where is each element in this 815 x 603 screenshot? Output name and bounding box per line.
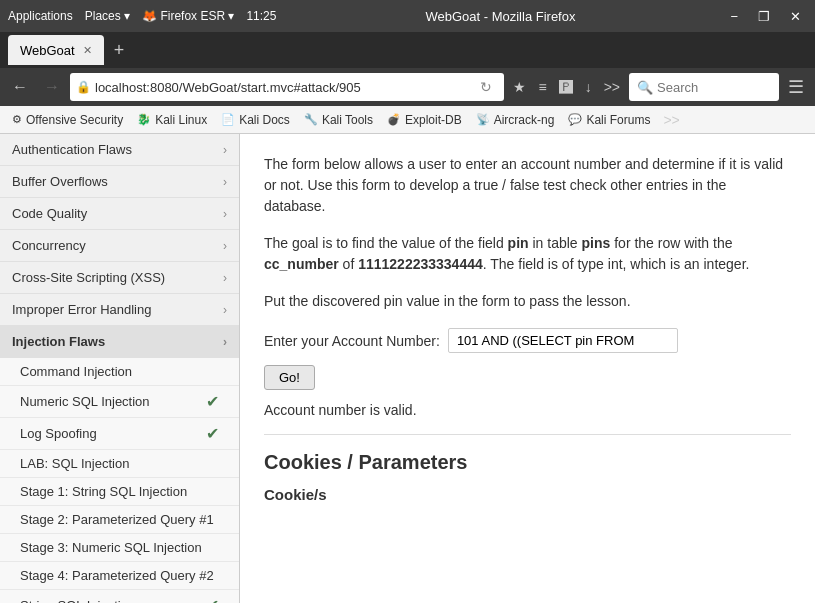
subitem-label: Stage 3: Numeric SQL Injection [20,540,202,555]
sidebar-subitem-numeric-sql-injection[interactable]: Numeric SQL Injection ✔ [0,386,239,418]
main-area: Authentication Flaws › Buffer Overflows … [0,134,815,603]
bookmark-label: Offensive Security [26,113,123,127]
bookmark-kali-forums[interactable]: 💬 Kali Forums [562,111,656,129]
section-subtitle: Cookie/s [264,486,791,503]
close-button[interactable]: ✕ [784,7,807,26]
url-bar[interactable]: 🔒 localhost:8080/WebGoat/start.mvc#attac… [70,73,504,101]
chevron-right-icon: › [223,143,227,157]
kali-docs-icon: 📄 [221,113,235,126]
sidebar-item-buffer-overflows[interactable]: Buffer Overflows › [0,166,239,198]
sidebar-item-label: Concurrency [12,238,86,253]
hamburger-menu-button[interactable]: ☰ [783,73,809,101]
sidebar: Authentication Flaws › Buffer Overflows … [0,134,240,603]
chevron-right-icon: › [223,175,227,189]
sidebar-item-concurrency[interactable]: Concurrency › [0,230,239,262]
content-area: The form below allows a user to enter an… [240,134,815,603]
check-icon: ✔ [206,596,219,603]
chevron-right-icon: › [223,303,227,317]
title-bar-controls: − ❐ ✕ [724,7,807,26]
subitem-label: Stage 2: Parameterized Query #1 [20,512,214,527]
tab-close-button[interactable]: ✕ [83,44,92,57]
places-menu[interactable]: Places ▾ [85,9,130,23]
search-bar[interactable]: 🔍 [629,73,779,101]
back-button[interactable]: ← [6,75,34,99]
sidebar-item-label: Buffer Overflows [12,174,108,189]
maximize-button[interactable]: ❐ [752,7,776,26]
bookmark-label: Kali Tools [322,113,373,127]
reload-button[interactable]: ↻ [474,76,498,98]
content-inner: The form below allows a user to enter an… [240,134,815,531]
bookmark-label: Kali Docs [239,113,290,127]
forward-button[interactable]: → [38,75,66,99]
minimize-button[interactable]: − [724,7,744,26]
paragraph-2: The goal is to find the value of the fie… [264,233,791,275]
subitem-label: Log Spoofing [20,426,97,441]
sidebar-item-injection-flaws[interactable]: Injection Flaws › [0,326,239,358]
bookmark-aircrack-ng[interactable]: 📡 Aircrack-ng [470,111,561,129]
sidebar-item-code-quality[interactable]: Code Quality › [0,198,239,230]
sidebar-item-cross-site-scripting[interactable]: Cross-Site Scripting (XSS) › [0,262,239,294]
kali-forums-icon: 💬 [568,113,582,126]
bookmark-offensive-security[interactable]: ⚙ Offensive Security [6,111,129,129]
more-tools-button[interactable]: >> [599,76,625,98]
bookmark-kali-docs[interactable]: 📄 Kali Docs [215,111,296,129]
account-status: Account number is valid. [264,402,791,418]
go-button[interactable]: Go! [264,365,315,390]
search-icon: 🔍 [637,80,653,95]
sidebar-item-authentication-flaws[interactable]: Authentication Flaws › [0,134,239,166]
bookmark-exploit-db[interactable]: 💣 Exploit-DB [381,111,468,129]
pocket-button[interactable]: 🅿 [554,76,578,98]
new-tab-button[interactable]: + [108,38,131,63]
download-button[interactable]: ↓ [580,76,597,98]
reader-view-button[interactable]: ≡ [533,76,551,98]
cc-value: 1111222233334444 [358,256,483,272]
sidebar-subitem-string-sql-injection[interactable]: String SQL Injection ✔ [0,590,239,603]
field-cc: cc_number [264,256,339,272]
exploit-db-icon: 💣 [387,113,401,126]
sidebar-subitem-stage4-param-query2[interactable]: Stage 4: Parameterized Query #2 [0,562,239,590]
subitem-label: Numeric SQL Injection [20,394,150,409]
account-number-row: Enter your Account Number: [264,328,791,353]
paragraph-1: The form below allows a user to enter an… [264,154,791,217]
tab-label: WebGoat [20,43,75,58]
subitem-label: Stage 1: String SQL Injection [20,484,187,499]
address-bar: ← → 🔒 localhost:8080/WebGoat/start.mvc#a… [0,68,815,106]
bookmark-kali-tools[interactable]: 🔧 Kali Tools [298,111,379,129]
field-pin: pin [508,235,529,251]
sidebar-item-label: Injection Flaws [12,334,105,349]
subitem-label: Command Injection [20,364,132,379]
section-title: Cookies / Parameters [264,451,791,474]
sidebar-item-improper-error-handling[interactable]: Improper Error Handling › [0,294,239,326]
sidebar-item-label: Improper Error Handling [12,302,151,317]
search-input[interactable] [657,80,771,95]
sidebar-subitem-stage1-string-sql[interactable]: Stage 1: String SQL Injection [0,478,239,506]
tab-webgoat[interactable]: WebGoat ✕ [8,35,104,65]
chevron-right-icon: › [223,207,227,221]
bookmark-star-button[interactable]: ★ [508,76,531,98]
sidebar-subitem-log-spoofing[interactable]: Log Spoofing ✔ [0,418,239,450]
subitem-label: LAB: SQL Injection [20,456,129,471]
sidebar-subitem-stage3-numeric-sql[interactable]: Stage 3: Numeric SQL Injection [0,534,239,562]
bookmarks-overflow-button[interactable]: >> [658,109,684,131]
bookmark-label: Kali Forums [586,113,650,127]
bookmark-kali-linux[interactable]: 🐉 Kali Linux [131,111,213,129]
sidebar-subitem-stage2-param-query1[interactable]: Stage 2: Parameterized Query #1 [0,506,239,534]
chevron-down-icon: › [223,335,227,349]
sidebar-item-label: Code Quality [12,206,87,221]
sidebar-subitem-command-injection[interactable]: Command Injection [0,358,239,386]
title-bar-left: Applications Places ▾ 🦊 Firefox ESR ▾ 11… [8,9,276,23]
firefox-menu[interactable]: 🦊 Firefox ESR ▾ [142,9,234,23]
bookmark-label: Kali Linux [155,113,207,127]
sidebar-item-label: Authentication Flaws [12,142,132,157]
applications-menu[interactable]: Applications [8,9,73,23]
window-title: WebGoat - Mozilla Firefox [425,9,575,24]
sidebar-subitem-lab-sql-injection[interactable]: LAB: SQL Injection [0,450,239,478]
account-number-input[interactable] [448,328,678,353]
title-bar: Applications Places ▾ 🦊 Firefox ESR ▾ 11… [0,0,815,32]
sidebar-item-label: Cross-Site Scripting (XSS) [12,270,165,285]
subitem-label: Stage 4: Parameterized Query #2 [20,568,214,583]
subitem-label: String SQL Injection [20,598,135,603]
toolbar-icons: ★ ≡ 🅿 ↓ >> [508,76,625,98]
go-button-row: Go! [264,365,791,390]
tab-bar: WebGoat ✕ + [0,32,815,68]
